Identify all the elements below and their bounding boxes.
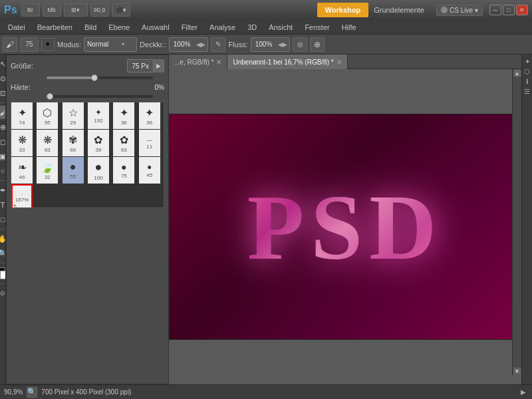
menu-fenster[interactable]: Fenster: [299, 22, 334, 33]
brush-cell[interactable]: ☆ 29: [63, 102, 84, 129]
canvas-tab-1[interactable]: Unbenannt-1 bei 16,7% (RGB/8) * ✕: [227, 55, 347, 69]
zoom-icon[interactable]: 🔍: [27, 387, 37, 398]
modus-dropdown[interactable]: Normal ▾: [84, 37, 137, 52]
menu-analyse[interactable]: Analyse: [204, 22, 241, 33]
tab-close-0[interactable]: ✕: [216, 59, 221, 66]
tool-lasso[interactable]: ⊙: [0, 72, 6, 85]
menu-auswahl[interactable]: Auswahl: [136, 22, 175, 33]
left-toolbar: ↖ ⊙ ⊡ 🖌 ⊕ ◻ ▣ ○ ✒ T □ ✋ 🔍 ⊙: [0, 55, 6, 384]
tool-stamp[interactable]: ⊕: [0, 120, 6, 134]
restore-button[interactable]: □: [503, 5, 515, 15]
tool-zoom[interactable]: 🔍: [0, 247, 6, 260]
brush-cell[interactable]: ❋ 63: [37, 130, 58, 156]
menu-hilfe[interactable]: Hilfe: [336, 22, 362, 33]
color-boxes[interactable]: [0, 267, 6, 279]
brush-cell[interactable]: ● 75: [113, 157, 134, 184]
tool-move[interactable]: ↖: [0, 57, 6, 70]
mini-bridge-btn[interactable]: Mb: [43, 3, 61, 17]
arrange-btn[interactable]: ⊞▾: [64, 3, 88, 17]
brush-size-display: 75: [20, 37, 39, 52]
haerte-thumb[interactable]: [47, 93, 53, 100]
doc-dimensions: 700 Pixel x 400 Pixel (300 ppi): [41, 388, 131, 396]
tablet-btn[interactable]: ⊕: [310, 37, 325, 52]
airbrush-icon[interactable]: ◎: [293, 37, 307, 52]
titlebar: Ps Br Mb ⊞▾ 90,9 ⬛▾ Workshop Grundelemen…: [0, 0, 532, 20]
brush-preset-btn[interactable]: ▾: [41, 38, 55, 51]
groesse-label: Größe:: [11, 62, 44, 70]
menu-3d[interactable]: 3D: [242, 22, 262, 33]
canvas-wrapper: ▲ ▼ PSD: [169, 69, 521, 384]
groesse-arrow[interactable]: ▶: [153, 59, 164, 72]
rs-icon-info[interactable]: ℹ: [523, 77, 531, 85]
inner-workspace: Größe: 75 Px ▶ Härte: 0%: [6, 55, 532, 384]
brush-cell[interactable]: ❧ 46: [11, 157, 33, 184]
brush-cell-selected[interactable]: ● 55: [63, 157, 84, 184]
right-sidebar: ✦ ⬡ ℹ ☰: [521, 55, 532, 384]
deckung-input[interactable]: 100% ◀▶: [169, 37, 209, 52]
cslive-btn[interactable]: CS Live ▾: [436, 5, 483, 16]
brush-cell[interactable]: ✦ 192: [88, 102, 109, 129]
brush-cell-167[interactable]: · 167% ↖: [11, 184, 33, 208]
tool-shape[interactable]: □: [0, 213, 6, 226]
haerte-slider[interactable]: [47, 95, 153, 98]
brush-cell[interactable]: ● 100: [88, 157, 109, 184]
menu-ansicht[interactable]: Ansicht: [263, 22, 298, 33]
bridge-btn[interactable]: Br: [21, 3, 40, 17]
statusbar: 90,9% 🔍 700 Pixel x 400 Pixel (300 ppi) …: [0, 384, 532, 399]
minimize-button[interactable]: ─: [489, 5, 501, 15]
optionsbar: 🖌 75 ▾ Modus: Normal ▾ Deckkr.: 100% ◀▶ …: [0, 35, 532, 55]
tool-dodge[interactable]: ○: [0, 164, 6, 178]
tool-eraser[interactable]: ◻: [0, 135, 6, 148]
scroll-up-btn[interactable]: ▲: [513, 69, 521, 77]
brush-cell[interactable]: 🍃 32: [37, 157, 58, 184]
groesse-thumb[interactable]: [91, 74, 98, 81]
brush-panel: Größe: 75 Px ▶ Härte: 0%: [6, 55, 169, 384]
brush-cell[interactable]: ❋ 33: [11, 130, 33, 156]
tab-close-1[interactable]: ✕: [336, 59, 342, 66]
vertical-scrollbar[interactable]: ▲ ▼: [512, 69, 521, 375]
tool-brush[interactable]: 🖌: [0, 106, 6, 119]
menu-datei[interactable]: Datei: [3, 22, 31, 33]
haerte-value: 0%: [155, 84, 164, 91]
brush-cell[interactable]: — 11: [139, 130, 160, 156]
tool-hand[interactable]: ✋: [0, 232, 6, 245]
brush-cell[interactable]: ✦ 36: [139, 102, 160, 129]
workshop-button[interactable]: Workshop: [317, 3, 369, 17]
brush-cell[interactable]: ✦ 36: [113, 102, 134, 129]
menu-bild[interactable]: Bild: [79, 22, 102, 33]
workspace: ↖ ⊙ ⊡ 🖌 ⊕ ◻ ▣ ○ ✒ T □ ✋ 🔍 ⊙ Größe:: [0, 55, 532, 384]
tool-type[interactable]: T: [0, 198, 6, 211]
ps-logo: Ps: [4, 4, 17, 16]
rs-icon-layers[interactable]: ☰: [523, 87, 531, 95]
canvas-area: ...e, RGB/8) * ✕ Unbenannt-1 bei 16,7% (…: [169, 55, 521, 384]
canvas-tab-0[interactable]: ...e, RGB/8) * ✕: [169, 55, 227, 69]
rs-icon-compass[interactable]: ✦: [523, 57, 531, 65]
tool-pen[interactable]: ✒: [0, 184, 6, 197]
tool-gradient[interactable]: ▣: [0, 150, 6, 163]
brush-cell[interactable]: ⬡ 95: [37, 102, 58, 129]
fluss-input[interactable]: 100% ◀▶: [251, 37, 291, 52]
groesse-slider[interactable]: [47, 76, 153, 79]
tool-crop[interactable]: ⊡: [0, 86, 6, 100]
brush-cell[interactable]: ✿ 39: [88, 130, 109, 156]
close-button[interactable]: ✕: [516, 5, 528, 15]
brush-cell[interactable]: ✾ 66: [63, 130, 84, 156]
deckung-icon[interactable]: ✎: [211, 37, 225, 52]
scroll-right-btn[interactable]: ▶: [519, 388, 528, 397]
menu-filter[interactable]: Filter: [176, 22, 203, 33]
brush-cell[interactable]: ● 45: [139, 157, 160, 184]
groesse-input[interactable]: 75 Px ▶: [127, 59, 164, 72]
zoom-display[interactable]: 90,9: [90, 3, 109, 17]
menu-ebene[interactable]: Ebene: [103, 22, 135, 33]
brush-tool-icon[interactable]: 🖌: [3, 37, 17, 52]
brush-cell[interactable]: ✿ 63: [113, 130, 134, 156]
screen-mode-btn[interactable]: ⬛▾: [112, 3, 130, 17]
background-color[interactable]: [0, 271, 6, 279]
menubar: Datei Bearbeiten Bild Ebene Auswahl Filt…: [0, 20, 532, 35]
scroll-down-btn[interactable]: ▼: [513, 367, 521, 375]
rs-icon-grid[interactable]: ⬡: [523, 67, 531, 75]
fluss-label: Fluss:: [228, 41, 247, 49]
brush-cell[interactable]: ✦ 74: [11, 102, 33, 129]
quick-mask-btn[interactable]: ⊙: [0, 287, 6, 300]
menu-bearbeiten[interactable]: Bearbeiten: [32, 22, 78, 33]
